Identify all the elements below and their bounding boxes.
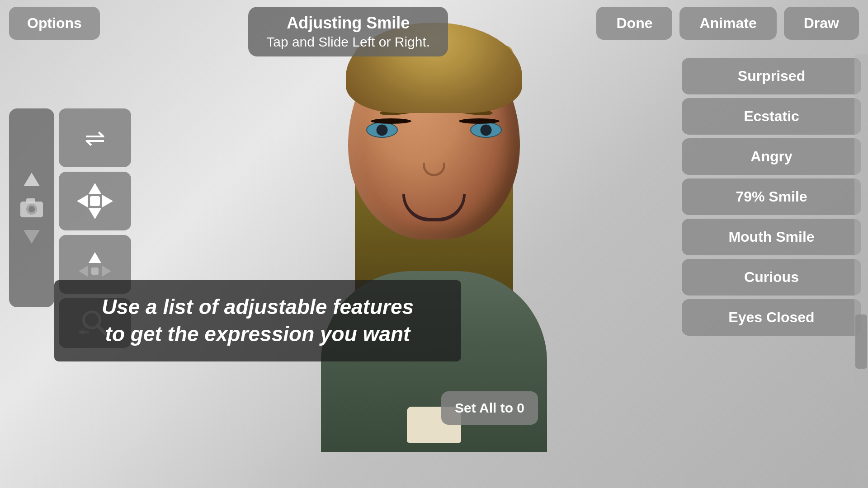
tilt-icon	[79, 252, 111, 277]
draw-button[interactable]: Draw	[784, 7, 859, 40]
eye-right	[470, 122, 502, 138]
set-all-button[interactable]: Set All to 0	[441, 391, 538, 425]
eye-left	[366, 122, 398, 138]
nose	[423, 163, 445, 176]
instruction-line1: Use a list of adjustable features	[102, 295, 414, 319]
feature-btn-ecstatic[interactable]: Ecstatic	[682, 98, 861, 135]
feature-btn-surprised[interactable]: Surprised	[682, 58, 861, 94]
feature-btn-mouth-smile[interactable]: Mouth Smile	[682, 219, 861, 255]
instruction-subtitle: Tap and Slide Left or Right.	[266, 34, 430, 50]
rotate-button[interactable]: ⇌	[59, 108, 131, 167]
eyes-container	[366, 122, 502, 138]
top-header: Options Adjusting Smile Tap and Slide Le…	[0, 0, 868, 50]
svg-rect-3	[26, 198, 35, 203]
top-right-buttons: Done Animate Draw	[596, 7, 859, 40]
right-panel: Surprised Ecstatic Angry 79% Smile Mouth…	[678, 54, 868, 488]
right-scroll-area[interactable]: Surprised Ecstatic Angry 79% Smile Mouth…	[678, 54, 868, 488]
nose-tip	[423, 163, 445, 176]
svg-point-2	[28, 206, 35, 212]
instruction-text: Use a list of adjustable features to get…	[72, 294, 443, 348]
eyelash-left	[371, 118, 411, 124]
animate-button[interactable]: Animate	[679, 7, 776, 40]
feature-btn-eyes-closed[interactable]: Eyes Closed	[682, 299, 861, 336]
camera-control-panel[interactable]	[9, 108, 54, 307]
camera-up-icon	[24, 173, 40, 188]
camera-down-icon	[24, 228, 40, 244]
camera-icon	[18, 195, 45, 221]
mouth	[402, 194, 466, 221]
instruction-title: Adjusting Smile	[266, 14, 430, 33]
done-button[interactable]: Done	[596, 7, 672, 40]
character-3d	[298, 23, 570, 429]
feature-btn-smile-pct[interactable]: 79% Smile	[682, 178, 861, 215]
scrollbar[interactable]	[854, 54, 868, 488]
feature-btn-angry[interactable]: Angry	[682, 138, 861, 175]
feature-btn-curious[interactable]: Curious	[682, 259, 861, 296]
scrollbar-thumb[interactable]	[855, 314, 867, 369]
center-instruction: Adjusting Smile Tap and Slide Left or Ri…	[248, 7, 448, 56]
instruction-line2: to get the expression you want	[105, 322, 410, 346]
pan-button[interactable]	[59, 172, 131, 230]
rotate-icon: ⇌	[85, 123, 105, 152]
eyelash-right	[459, 118, 500, 124]
pan-icon	[77, 183, 113, 219]
feature-buttons-list: Surprised Ecstatic Angry 79% Smile Mouth…	[678, 54, 868, 339]
bottom-instruction-panel: Use a list of adjustable features to get…	[54, 280, 461, 361]
options-button[interactable]: Options	[9, 7, 100, 40]
